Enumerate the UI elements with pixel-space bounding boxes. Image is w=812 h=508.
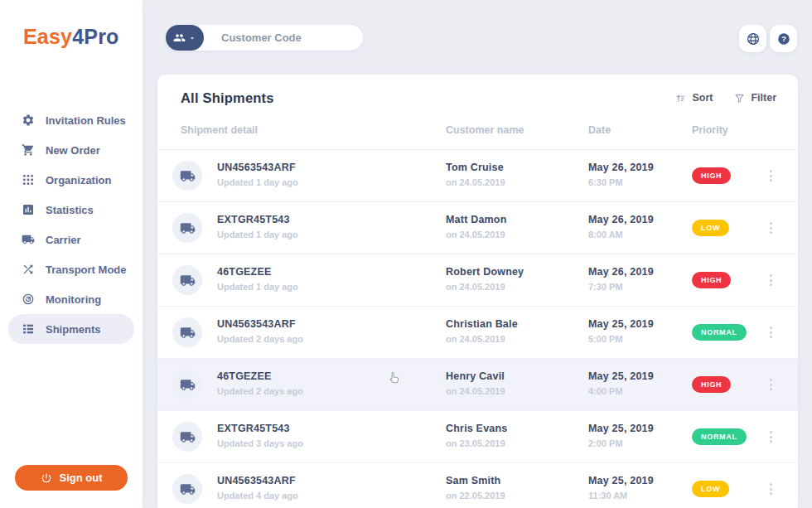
shipment-time: 7:30 PM (588, 282, 654, 292)
shipment-date: May 25, 2019 (588, 475, 654, 486)
customer-type-dropdown[interactable] (166, 25, 204, 51)
shipment-updated: Updated 2 days ago (217, 334, 303, 344)
truck-icon (180, 429, 196, 445)
sidebar-item-carrier[interactable]: Carrier (0, 225, 143, 254)
shipment-updated: Updated 4 day ago (217, 491, 298, 501)
sort-button[interactable]: Sort (675, 92, 713, 104)
list-icon (22, 322, 35, 336)
truck-avatar (172, 370, 202, 399)
users-icon (173, 31, 186, 44)
shipment-code: UN4563543ARF (217, 318, 303, 330)
kebab-menu[interactable] (764, 480, 777, 498)
sidebar-menu: Invitation Rules New Order Organization … (0, 105, 143, 344)
sidebar-item-transport-mode[interactable]: Transport Mode (0, 254, 143, 284)
customer-name: Tom Cruise (446, 162, 505, 173)
sidebar-item-label: Monitoring (46, 293, 101, 306)
truck-icon (180, 481, 196, 497)
column-priority: Priority (692, 124, 728, 136)
kebab-menu[interactable] (764, 323, 777, 341)
priority-badge: NORMAL (692, 324, 747, 341)
globe-icon (746, 31, 761, 46)
table-row[interactable]: UN4563543ARF Updated 1 day ago Tom Cruis… (157, 149, 798, 201)
kebab-menu[interactable] (764, 219, 777, 237)
shipment-date: May 25, 2019 (588, 318, 654, 330)
customer-order-date: on 23.05.2019 (446, 438, 507, 448)
sidebar-item-organization[interactable]: Organization (0, 165, 143, 195)
sort-icon (675, 93, 686, 104)
truck-icon (180, 325, 196, 341)
shipments-table-body: UN4563543ARF Updated 1 day ago Tom Cruis… (157, 149, 798, 508)
customer-order-date: on 24.05.2019 (446, 230, 507, 239)
sign-out-button[interactable]: Sign out (15, 465, 128, 491)
shipment-date: May 26, 2019 (588, 162, 654, 173)
customer-name: Robert Downey (446, 266, 524, 278)
gear-icon (22, 114, 35, 127)
customer-code-search (166, 25, 363, 51)
truck-icon (180, 377, 196, 393)
chevron-down-icon (188, 34, 196, 42)
customer-order-date: on 24.05.2019 (446, 386, 505, 396)
shipment-time: 11:30 AM (588, 491, 654, 501)
truck-avatar (172, 474, 202, 504)
sidebar-item-invitation-rules[interactable]: Invitation Rules (0, 105, 143, 135)
priority-badge: NORMAL (692, 428, 747, 445)
customer-name: Henry Cavil (446, 370, 505, 382)
kebab-menu[interactable] (764, 271, 777, 289)
sidebar-item-label: Invitation Rules (46, 114, 126, 127)
customer-order-date: on 24.05.2019 (446, 282, 524, 292)
table-row[interactable]: 46TGEZEE Updated 1 day ago Robert Downey… (157, 254, 798, 306)
sidebar-item-new-order[interactable]: New Order (0, 135, 143, 165)
help-icon: ? (776, 31, 791, 46)
sidebar-item-label: Organization (46, 174, 111, 186)
priority-badge: HIGH (692, 272, 731, 288)
logo-prefix: Easy (23, 25, 72, 48)
shipment-time: 6:30 PM (588, 177, 654, 187)
shipment-time: 8:00 AM (588, 230, 654, 239)
column-shipment-detail: Shipment detail (181, 124, 258, 136)
filter-button[interactable]: Filter (734, 92, 776, 104)
table-row[interactable]: UN4563543ARF Updated 4 day ago Sam Smith… (157, 462, 798, 508)
shipment-updated: Updated 2 days ago (217, 386, 303, 396)
shipment-code: 46TGEZEE (217, 370, 303, 382)
language-button[interactable] (739, 25, 766, 52)
kebab-menu[interactable] (764, 375, 777, 394)
power-icon (41, 472, 52, 484)
sidebar-item-statistics[interactable]: Statistics (0, 195, 143, 225)
sidebar-item-shipments[interactable]: Shipments (8, 314, 134, 344)
shipment-date: May 25, 2019 (588, 370, 654, 382)
shipment-updated: Updated 1 day ago (217, 282, 298, 292)
table-row[interactable]: UN4563543ARF Updated 2 days ago Christia… (157, 306, 798, 358)
sign-out-label: Sign out (60, 472, 103, 484)
shipments-card: All Shipments Sort Filter Shipment detai… (157, 75, 798, 508)
customer-code-input[interactable] (204, 25, 358, 51)
sidebar-item-monitoring[interactable]: Monitoring (0, 284, 143, 314)
priority-badge: HIGH (692, 376, 731, 393)
customer-name: Matt Damon (446, 214, 507, 225)
shipment-code: EXTGR45T543 (217, 423, 303, 434)
truck-avatar (172, 213, 202, 243)
kebab-menu[interactable] (764, 167, 777, 185)
kebab-menu[interactable] (764, 428, 777, 446)
column-customer-name: Customer name (446, 124, 524, 136)
truck-icon (22, 233, 35, 246)
truck-avatar (172, 317, 202, 347)
shipment-time: 5:00 PM (588, 334, 654, 344)
truck-avatar (172, 161, 202, 191)
truck-icon (180, 273, 196, 288)
help-button[interactable]: ? (770, 25, 797, 52)
customer-order-date: on 24.05.2019 (446, 334, 518, 344)
shipment-updated: Updated 1 day ago (217, 230, 298, 239)
table-header: Shipment detail Customer name Date Prior… (157, 124, 798, 141)
shipment-code: UN4563543ARF (217, 162, 298, 173)
sidebar-item-label: Carrier (46, 234, 81, 246)
table-row[interactable]: 46TGEZEE Updated 2 days ago Henry Cavil … (157, 358, 798, 410)
table-row[interactable]: EXTGR45T543 Updated 3 days ago Chris Eva… (157, 410, 798, 462)
filter-icon (734, 93, 745, 104)
grid-dots-icon (22, 173, 35, 186)
priority-badge: HIGH (692, 167, 731, 184)
table-tools: Sort Filter (675, 92, 776, 104)
bar-chart-icon (22, 203, 35, 216)
svg-text:?: ? (781, 35, 786, 43)
customer-name: Sam Smith (446, 475, 505, 486)
table-row[interactable]: EXTGR45T543 Updated 1 day ago Matt Damon… (157, 201, 798, 254)
